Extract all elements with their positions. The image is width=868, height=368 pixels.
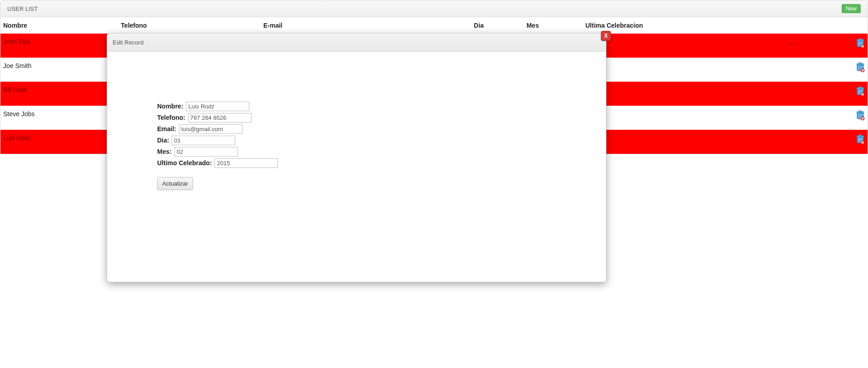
cell-nombre: John Doe (0, 34, 118, 58)
row-more-actions (787, 58, 830, 82)
modal-body: Nombre: Telefono: Email: Dia: Mes: Ultim… (107, 52, 606, 154)
col-header-actions (787, 17, 830, 34)
svg-rect-11 (859, 63, 862, 64)
cell-ultima (583, 130, 787, 154)
cell-nombre: Luis Rodz (0, 130, 118, 154)
input-nombre[interactable] (186, 102, 249, 111)
form-row-nombre: Nombre: (157, 102, 606, 111)
row-more-actions[interactable]: ... (787, 34, 830, 58)
svg-rect-2 (859, 39, 862, 40)
svg-rect-38 (859, 135, 862, 136)
col-header-nombre: Nombre (0, 17, 118, 34)
row-more-actions (787, 130, 830, 154)
row-delete-cell (830, 130, 868, 154)
col-header-email: E-mail (261, 17, 471, 34)
svg-rect-20 (859, 87, 862, 88)
form-row-email: Email: (157, 124, 606, 134)
cell-nombre: Bill Gate (0, 82, 118, 106)
cell-ultima (583, 82, 787, 106)
row-delete-cell (830, 34, 868, 58)
svg-rect-29 (859, 111, 862, 112)
row-delete-cell (830, 106, 868, 130)
input-email[interactable] (179, 124, 243, 134)
input-dia[interactable] (172, 136, 235, 145)
cell-nombre: Steve Jobs (0, 106, 118, 130)
label-telefono: Telefono: (157, 114, 185, 121)
trash-delete-icon[interactable] (856, 38, 865, 49)
cell-ultima (583, 106, 787, 130)
cell-ultima (583, 58, 787, 82)
form-row-mes: Mes: (157, 147, 606, 154)
panel-heading: USER LIST New (0, 0, 868, 17)
row-more-actions (787, 82, 830, 106)
input-mes[interactable] (174, 147, 238, 154)
col-header-dia: Dia (471, 17, 524, 34)
label-mes: Mes: (157, 148, 172, 154)
row-more-actions (787, 106, 830, 130)
trash-delete-icon[interactable] (856, 86, 865, 98)
input-telefono[interactable] (188, 113, 252, 123)
row-delete-cell (830, 58, 868, 82)
new-button[interactable]: New (842, 4, 861, 13)
cell-ultima (583, 34, 787, 58)
label-email: Email: (157, 125, 176, 132)
col-header-telefono: Telefono (118, 17, 261, 34)
modal-header: Edit Record X (107, 34, 606, 52)
modal-close-button[interactable]: X (601, 31, 611, 41)
row-delete-cell (830, 82, 868, 106)
form-row-telefono: Telefono: (157, 113, 606, 123)
col-header-ultima: Ultima Celebracion (583, 17, 787, 34)
more-icon[interactable]: ... (790, 38, 798, 45)
modal-title: Edit Record (113, 39, 144, 46)
col-header-delete (830, 17, 868, 34)
trash-delete-icon[interactable] (856, 110, 865, 122)
trash-delete-icon[interactable] (856, 62, 865, 74)
col-header-mes: Mes (524, 17, 583, 34)
trash-delete-icon[interactable] (856, 134, 865, 146)
label-nombre: Nombre: (157, 103, 184, 110)
label-dia: Dia: (157, 137, 169, 144)
form-row-dia: Dia: (157, 136, 606, 145)
edit-record-modal: Edit Record X Nombre: Telefono: Email: D… (107, 33, 606, 154)
cell-nombre: Joe Smith (0, 58, 118, 82)
panel-title: USER LIST (7, 5, 38, 12)
table-header-row: Nombre Telefono E-mail Dia Mes Ultima Ce… (0, 17, 868, 34)
